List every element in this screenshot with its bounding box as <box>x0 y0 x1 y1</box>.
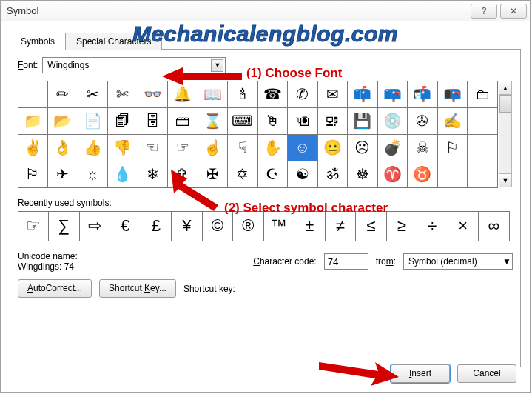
symbol-cell[interactable]: ✠ <box>198 161 229 188</box>
tab-symbols[interactable]: Symbols <box>10 33 66 50</box>
recent-symbol-cell[interactable]: × <box>448 211 479 241</box>
symbol-cell[interactable]: ☠ <box>407 134 438 161</box>
scroll-down-icon[interactable]: ▼ <box>499 173 511 187</box>
symbol-cell[interactable]: ✄ <box>107 81 138 108</box>
symbol-cell[interactable]: ✏ <box>47 81 78 108</box>
recent-symbol-cell[interactable]: ™ <box>263 211 295 241</box>
recent-symbol-cell[interactable]: © <box>202 211 234 241</box>
symbol-cell[interactable]: ☹ <box>347 134 378 161</box>
help-button[interactable]: ? <box>471 4 497 19</box>
scroll-up-icon[interactable]: ▲ <box>499 81 511 95</box>
titlebar: Symbol ? ✕ <box>1 1 530 21</box>
symbol-cell[interactable]: 😐 <box>317 134 349 161</box>
button-row: AutoCorrect... Shortcut Key... Shortcut … <box>18 279 513 298</box>
unicode-name-label: Unicode name: <box>18 251 78 261</box>
symbol-cell[interactable]: ♈ <box>377 161 408 188</box>
font-dropdown[interactable]: Wingdings ▼ <box>42 57 226 73</box>
symbol-cell[interactable]: ⌛ <box>198 107 229 135</box>
symbol-cell[interactable]: 🗐 <box>107 107 138 135</box>
symbol-cell[interactable]: 📁 <box>18 107 49 135</box>
symbol-cell[interactable]: 🖳 <box>317 107 349 135</box>
symbol-cell[interactable]: ☪ <box>257 161 289 188</box>
recent-symbol-cell[interactable]: ⇨ <box>79 211 111 241</box>
symbol-cell[interactable]: 📪 <box>377 81 408 108</box>
symbol-cell[interactable]: 💧 <box>107 161 138 188</box>
symbol-cell[interactable]: ✇ <box>407 107 438 135</box>
symbol-cell[interactable]: 💿 <box>377 107 408 135</box>
recent-symbol-cell[interactable]: ® <box>232 211 264 241</box>
symbol-cell[interactable]: 🔔 <box>167 81 198 108</box>
from-dropdown[interactable]: Symbol (decimal) ▼ <box>403 253 513 270</box>
symbol-cell[interactable]: 📂 <box>47 107 78 135</box>
symbol-grid-wrap: ✏✂✄👓🔔📖🕯☎✆✉📫📪📬📭🗀📁📂📄🗐🗄🗃⌛⌨🖰🖲🖳💾💿✇✍✌👌👍👎☜☞☝☟✋☺… <box>18 81 513 187</box>
symbol-cell[interactable]: 👓 <box>138 81 169 108</box>
symbol-cell[interactable]: ✞ <box>167 161 198 188</box>
symbol-cell[interactable]: ♉ <box>407 161 438 188</box>
unicode-name-block: Unicode name: Wingdings: 74 <box>18 251 78 272</box>
symbol-cell[interactable]: 🗄 <box>138 107 169 135</box>
symbol-cell[interactable]: ✌ <box>18 134 49 161</box>
symbol-cell[interactable]: ॐ <box>317 161 349 188</box>
symbol-cell[interactable]: 📬 <box>407 81 438 108</box>
symbol-cell[interactable] <box>467 161 498 188</box>
recent-symbol-cell[interactable]: £ <box>141 211 172 241</box>
symbol-cell[interactable]: 👍 <box>78 134 109 161</box>
symbol-cell[interactable]: ☟ <box>227 134 258 161</box>
symbol-cell[interactable]: ✍ <box>437 107 468 135</box>
recent-symbol-cell[interactable]: ≤ <box>355 211 387 241</box>
symbol-cell[interactable]: 👎 <box>107 134 138 161</box>
symbol-cell[interactable]: ✈ <box>47 161 78 188</box>
recent-symbol-cell[interactable]: ∞ <box>478 211 510 241</box>
symbol-cell[interactable]: ☼ <box>78 161 109 188</box>
insert-button[interactable]: Insert <box>391 364 450 383</box>
tab-special-characters[interactable]: Special Characters <box>66 33 162 50</box>
symbol-cell[interactable]: ⌨ <box>227 107 258 135</box>
character-code-input[interactable] <box>324 253 368 270</box>
symbol-cell[interactable]: 🏳 <box>18 161 49 188</box>
symbol-cell[interactable]: ☺ <box>287 134 318 161</box>
recent-symbol-cell[interactable]: € <box>110 211 141 241</box>
symbol-cell[interactable]: 🗀 <box>467 81 498 108</box>
symbol-cell[interactable]: ☞ <box>167 134 198 161</box>
recent-symbol-cell[interactable]: ¥ <box>171 211 203 241</box>
symbol-cell[interactable]: 🗃 <box>167 107 198 135</box>
symbol-cell[interactable]: ✂ <box>78 81 109 108</box>
recent-symbol-cell[interactable]: ☞ <box>18 211 50 241</box>
shortcut-key-button[interactable]: Shortcut Key... <box>99 279 176 298</box>
symbol-cell[interactable]: ☎ <box>257 81 289 108</box>
symbol-cell[interactable]: 🖰 <box>257 107 289 135</box>
symbol-cell[interactable]: 📖 <box>198 81 229 108</box>
cancel-button[interactable]: Cancel <box>457 364 516 383</box>
symbol-cell[interactable]: 👌 <box>47 134 78 161</box>
symbol-cell[interactable] <box>437 161 468 188</box>
recent-symbol-cell[interactable]: ± <box>294 211 326 241</box>
symbol-cell[interactable]: 💣 <box>377 134 408 161</box>
symbol-cell[interactable]: ⚐ <box>437 134 468 161</box>
symbol-cell[interactable]: 🕯 <box>227 81 258 108</box>
symbol-cell[interactable] <box>467 134 498 161</box>
scrollbar[interactable]: ▲ ▼ <box>499 81 512 187</box>
symbol-cell[interactable]: ✆ <box>287 81 318 108</box>
symbol-cell[interactable]: ✡ <box>227 161 258 188</box>
symbol-cell[interactable]: ☝ <box>198 134 229 161</box>
scroll-thumb[interactable] <box>499 95 511 113</box>
symbol-cell[interactable]: 📭 <box>437 81 468 108</box>
symbol-cell[interactable]: 💾 <box>347 107 378 135</box>
symbol-cell[interactable]: ❄ <box>138 161 169 188</box>
symbol-cell[interactable]: 📄 <box>78 107 109 135</box>
recent-symbol-cell[interactable]: ∑ <box>48 211 80 241</box>
autocorrect-button[interactable]: AutoCorrect... <box>18 279 92 298</box>
symbol-cell[interactable]: 📫 <box>347 81 378 108</box>
symbol-cell[interactable]: ✋ <box>257 134 289 161</box>
recent-symbol-cell[interactable]: ≠ <box>325 211 357 241</box>
recent-symbol-cell[interactable]: ≥ <box>386 211 418 241</box>
symbol-cell[interactable] <box>467 107 498 135</box>
symbol-cell[interactable]: ☯ <box>287 161 318 188</box>
symbol-cell[interactable]: 🖲 <box>287 107 318 135</box>
symbol-cell[interactable] <box>18 81 49 108</box>
close-button[interactable]: ✕ <box>500 4 527 19</box>
symbol-cell[interactable]: ✉ <box>317 81 349 108</box>
symbol-cell[interactable]: ☸ <box>347 161 378 188</box>
symbol-cell[interactable]: ☜ <box>138 134 169 161</box>
recent-symbol-cell[interactable]: ÷ <box>417 211 448 241</box>
